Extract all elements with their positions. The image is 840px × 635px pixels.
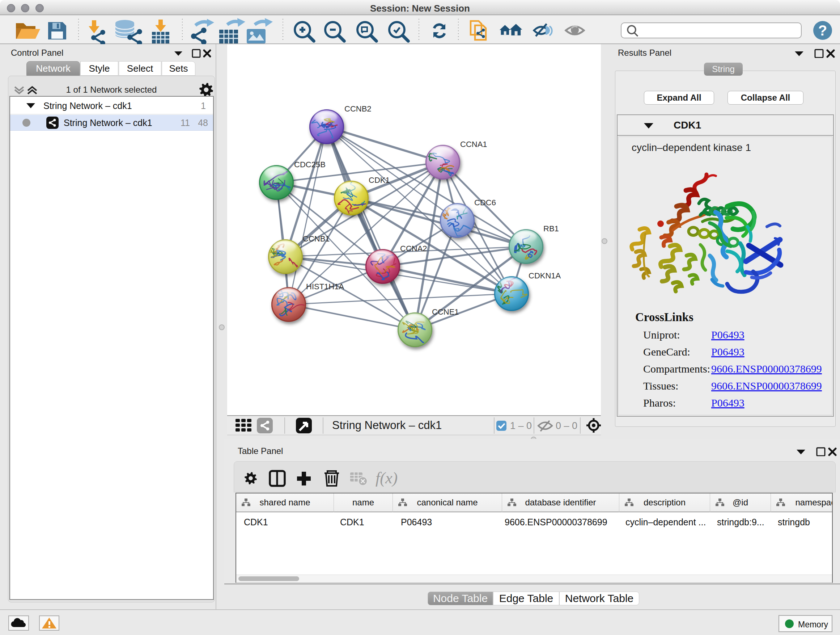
svg-text:CCNA1: CCNA1: [460, 140, 487, 149]
svg-text:1 – 0: 1 – 0: [510, 420, 532, 431]
svg-text:CCNB2: CCNB2: [344, 104, 371, 113]
svg-text:CCNA2: CCNA2: [400, 244, 427, 253]
svg-text:?: ?: [818, 22, 827, 38]
svg-text:CCNE1: CCNE1: [432, 307, 459, 317]
svg-text:RB1: RB1: [543, 224, 559, 233]
svg-text:0 – 0: 0 – 0: [556, 420, 577, 431]
svg-text:f(x): f(x): [376, 469, 398, 487]
svg-text:CDKN1A: CDKN1A: [529, 271, 561, 280]
svg-text:CDC25B: CDC25B: [294, 160, 325, 169]
svg-text:CCNB1: CCNB1: [303, 234, 330, 243]
svg-text:CDK1: CDK1: [369, 176, 390, 185]
svg-text:HIST1H1A: HIST1H1A: [306, 282, 344, 291]
svg-text:CDC6: CDC6: [474, 198, 496, 207]
svg-text:String Network – cdk1: String Network – cdk1: [332, 419, 442, 432]
